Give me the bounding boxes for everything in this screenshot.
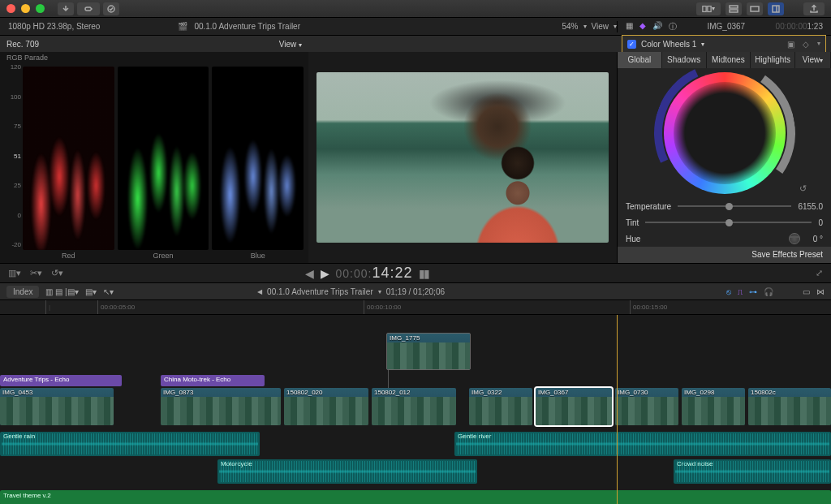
music-clip[interactable]: Travel theme v.2 <box>0 490 831 504</box>
inspector-header: ▦ ◆ 🔊 ⓘ IMG_0367 00:00:001:23 <box>617 21 831 32</box>
ruler-tick: 00:00:10:00 <box>364 300 401 314</box>
clip-appearance-icon[interactable]: ▥ ▤ |▤▾ <box>45 287 78 296</box>
scope-tools: ▥▾ ✂▾ ↺▾ <box>0 268 213 278</box>
tab-global[interactable]: Global <box>618 52 662 68</box>
yaxis-tick: 120 <box>3 63 21 71</box>
effects-browser-icon[interactable]: ▭ <box>803 287 810 296</box>
panel-subheader-row: Rec. 709 View ▾ ✓ Color Wheels 1 ▾ ▣ ◇▾ <box>0 36 831 52</box>
audio-inspector-icon[interactable]: 🔊 <box>652 21 662 32</box>
snapping-icon[interactable]: ⊶ <box>749 287 757 296</box>
fullscreen-button[interactable]: ⤢ <box>816 268 823 278</box>
keyword-button[interactable] <box>77 2 100 15</box>
tint-slider[interactable] <box>645 219 812 226</box>
mask-icon[interactable]: ▣ <box>787 40 794 49</box>
video-clip[interactable]: 150802_012 <box>372 388 456 425</box>
video-scopes-panel: RGB Parade 120 100 75 51 25 0 -20 Red Gr… <box>0 52 308 263</box>
minimize-window-button[interactable] <box>21 4 30 13</box>
transitions-browser-icon[interactable]: ⋈ <box>816 287 825 296</box>
browser-toggle[interactable] <box>726 2 742 15</box>
audio-clip[interactable]: Crowd noise <box>674 459 831 484</box>
video-clip[interactable]: IMG_0367 <box>536 388 612 425</box>
parade-label: Green <box>118 250 209 260</box>
scope-reset-icon[interactable]: ↺▾ <box>49 268 65 278</box>
audio-clip[interactable]: Motorcycle <box>217 459 477 484</box>
prev-edit-button[interactable]: ◀ <box>305 267 314 280</box>
import-button[interactable] <box>58 2 74 15</box>
audio-clip[interactable]: Gentle river <box>454 432 831 456</box>
video-clip[interactable]: 150802c <box>748 388 831 425</box>
param-label: Temperature <box>626 202 671 211</box>
viewer-frame[interactable] <box>316 72 609 243</box>
timeline-breadcrumb[interactable]: 00.1.0 Adventure Trips Trailer <box>267 287 373 296</box>
clapperboard-icon: 🎬 <box>178 22 187 31</box>
scope-layout-icon[interactable]: ▥▾ <box>6 268 23 278</box>
video-clip[interactable]: IMG_0298 <box>682 388 745 425</box>
audio-skimming-icon[interactable]: ⎍ <box>738 287 743 296</box>
effect-enabled-checkbox[interactable]: ✓ <box>627 40 636 49</box>
title-clip[interactable]: Adventure Trips - Echo <box>0 375 122 386</box>
svg-rect-6 <box>773 6 779 12</box>
yaxis-tick: 51 <box>3 153 21 160</box>
timeline-toggle[interactable] <box>747 2 763 15</box>
timeline-playhead[interactable] <box>617 315 618 504</box>
clip-label: Crowd noise <box>677 460 713 467</box>
viewer-timecode: 00:00:14:22 <box>336 265 413 282</box>
video-clip[interactable]: IMG_0730 <box>615 388 678 425</box>
parade-label: Blue <box>212 250 304 260</box>
history-back-icon[interactable]: ◀ <box>257 288 262 295</box>
share-button[interactable] <box>803 2 825 15</box>
viewer-view-menu[interactable]: View <box>592 22 609 31</box>
title-clip[interactable]: China Moto-trek - Echo <box>161 375 265 386</box>
tint-value[interactable]: 0 <box>818 218 823 227</box>
timeline-ruler[interactable]: | 00:00:05:00 00:00:10:00 00:00:15:00 <box>0 300 831 315</box>
library-toggle-group <box>58 2 119 15</box>
connected-clip[interactable]: IMG_1775 <box>386 333 471 370</box>
solo-icon[interactable]: 🎧 <box>764 287 773 296</box>
parade-blue: Blue <box>212 67 304 263</box>
keyframe-icon[interactable]: ◇ <box>803 40 809 49</box>
play-button[interactable]: ▶ <box>321 267 329 280</box>
hue-dial[interactable] <box>789 233 800 244</box>
inspector-toggle[interactable] <box>768 2 784 15</box>
video-inspector-icon[interactable]: ▦ <box>626 21 633 32</box>
timeline-index-button[interactable]: Index <box>6 286 39 298</box>
close-window-button[interactable] <box>6 4 15 13</box>
audio-clip[interactable]: Gentle rain <box>0 432 260 456</box>
video-clip[interactable]: 150802_020 <box>284 388 368 425</box>
svg-rect-1 <box>703 6 706 11</box>
chevron-down-icon: ▾ <box>299 41 302 49</box>
skimming-icon[interactable]: ⎋ <box>726 287 731 296</box>
zoom-window-button[interactable] <box>36 4 45 13</box>
background-tasks-button[interactable] <box>103 2 119 15</box>
scopes-mode-label: RGB Parade <box>0 52 308 63</box>
parade-red: Red <box>23 67 114 263</box>
reset-wheel-button[interactable]: ↺ <box>799 183 807 194</box>
clip-label: IMG_0322 <box>471 389 502 396</box>
color-inspector-icon[interactable]: ◆ <box>639 21 646 32</box>
temperature-value[interactable]: 6155.0 <box>798 202 823 211</box>
tool-select-icon[interactable]: ▤▾ <box>85 287 97 296</box>
video-clip[interactable]: IMG_0453 <box>0 388 114 425</box>
workspaces-button[interactable]: ▾ <box>696 2 721 15</box>
timeline[interactable]: IMG_1775 Adventure Trips - Echo China Mo… <box>0 315 831 504</box>
scope-settings-icon[interactable]: ✂▾ <box>28 268 44 278</box>
scopes-view-menu[interactable]: View <box>279 40 297 49</box>
tab-highlights[interactable]: Highlights <box>751 52 795 68</box>
save-effects-preset-button[interactable]: Save Effects Preset <box>618 247 831 263</box>
video-clip[interactable]: IMG_0873 <box>161 388 281 425</box>
viewer-zoom-label[interactable]: 54% <box>562 22 578 31</box>
project-info: 1080p HD 23.98p, Stereo 🎬 00.1.0 Adventu… <box>0 22 308 31</box>
info-inspector-icon[interactable]: ⓘ <box>669 21 677 32</box>
svg-rect-4 <box>730 10 738 12</box>
hue-value[interactable]: 0 ° <box>813 235 823 243</box>
temperature-slider[interactable] <box>678 203 791 209</box>
main-panels: RGB Parade 120 100 75 51 25 0 -20 Red Gr… <box>0 52 831 263</box>
video-clip[interactable]: IMG_0322 <box>469 388 532 425</box>
arrow-tool-icon[interactable]: ↖▾ <box>103 287 114 296</box>
inspector-view-menu[interactable]: View▾ <box>795 52 831 68</box>
brightness-slider[interactable] <box>643 51 807 215</box>
project-format-label: 1080p HD 23.98p, Stereo <box>8 22 100 31</box>
next-edit-button[interactable]: ▮▮ <box>419 267 428 280</box>
color-effect-row[interactable]: ✓ Color Wheels 1 ▾ ▣ ◇▾ <box>622 35 826 53</box>
clip-label: IMG_0453 <box>2 389 32 396</box>
